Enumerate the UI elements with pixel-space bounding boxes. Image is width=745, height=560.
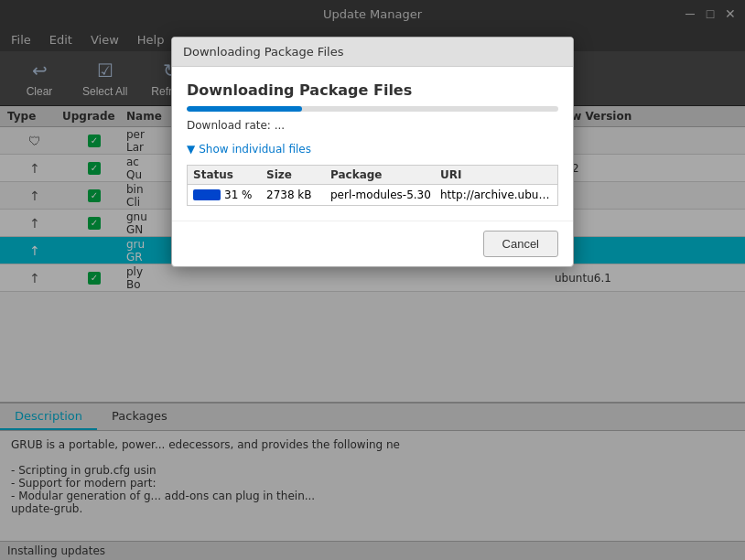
show-files-label: Show individual files xyxy=(199,143,311,156)
dialog-footer: Cancel xyxy=(172,221,573,266)
download-dialog: Downloading Package Files Downloading Pa… xyxy=(171,37,574,267)
progress-bar-container xyxy=(187,106,558,112)
file-uri: http://archive.ubuntu.co xyxy=(440,188,552,201)
files-col-status: Status xyxy=(193,168,266,181)
files-table-header: Status Size Package URI xyxy=(187,165,558,184)
files-col-package: Package xyxy=(330,168,440,181)
cancel-button[interactable]: Cancel xyxy=(483,231,558,257)
file-package: perl-modules-5.30 xyxy=(330,188,440,201)
toggle-icon: ▼ xyxy=(187,143,195,156)
file-status: 31 % xyxy=(193,188,266,201)
files-col-uri: URI xyxy=(440,168,552,181)
progress-bar-fill xyxy=(187,106,302,112)
dialog-overlay: Downloading Package Files Downloading Pa… xyxy=(0,0,745,560)
dialog-title: Downloading Package Files xyxy=(172,38,573,67)
download-rate: Download rate: ... xyxy=(187,119,558,132)
dialog-heading: Downloading Package Files xyxy=(187,81,558,99)
files-col-size: Size xyxy=(266,168,330,181)
dialog-body: Downloading Package Files Download rate:… xyxy=(172,67,573,221)
files-table-body: 31 % 2738 kB perl-modules-5.30 http://ar… xyxy=(187,184,558,206)
file-size: 2738 kB xyxy=(266,188,330,201)
file-percent: 31 % xyxy=(224,188,253,201)
file-progress-bar xyxy=(193,189,221,200)
show-files-toggle[interactable]: ▼ Show individual files xyxy=(187,143,558,156)
files-row: 31 % 2738 kB perl-modules-5.30 http://ar… xyxy=(188,185,557,205)
